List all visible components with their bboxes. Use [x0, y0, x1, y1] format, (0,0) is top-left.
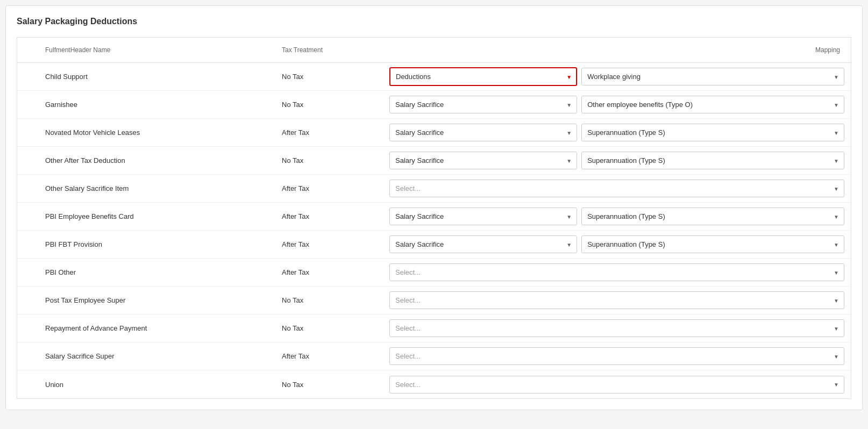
row-tax-treatment: No Tax [275, 153, 383, 168]
mapping1-wrapper: Salary Sacrifice▼ [389, 235, 577, 253]
row-tax-treatment: After Tax [275, 181, 383, 196]
mapping2-wrapper: Other employee benefits (Type O)▼ [581, 96, 844, 113]
mapping1-wrapper: Select...▼ [389, 291, 844, 309]
mapping1-select[interactable]: Select... [389, 263, 844, 281]
mapping1-wrapper: Salary Sacrifice▼ [389, 124, 577, 141]
row-name: Union [39, 377, 275, 392]
mapping1-select[interactable]: Select... [389, 347, 844, 365]
table-row: PBI OtherAfter TaxSelect...▼ [17, 259, 851, 287]
mapping1-select[interactable]: Select... [389, 319, 844, 337]
mapping1-select[interactable]: Salary Sacrifice [389, 208, 577, 225]
row-mapping: Salary Sacrifice▼Superannuation (Type S)… [383, 148, 851, 173]
row-tax-treatment: After Tax [275, 265, 383, 280]
mapping1-wrapper: Select...▼ [389, 180, 844, 197]
mapping2-select[interactable]: Superannuation (Type S) [581, 208, 844, 225]
row-mapping: Select...▼ [383, 316, 851, 340]
mapping2-wrapper: Superannuation (Type S)▼ [581, 124, 844, 141]
row-tax-treatment: No Tax [275, 293, 383, 308]
mapping2-wrapper: Superannuation (Type S)▼ [581, 152, 844, 169]
row-name: Novated Motor Vehicle Leases [39, 125, 275, 140]
row-name: Post Tax Employee Super [39, 293, 275, 308]
mapping1-select[interactable]: Salary Sacrifice [389, 152, 577, 169]
mapping1-select[interactable]: Deductions [389, 67, 577, 86]
mapping1-wrapper: Salary Sacrifice▼ [389, 208, 577, 225]
row-mapping: Salary Sacrifice▼Superannuation (Type S)… [383, 204, 851, 228]
row-index [17, 241, 39, 248]
row-mapping: Salary Sacrifice▼Superannuation (Type S)… [383, 232, 851, 256]
row-name: Other Salary Sacrifice Item [39, 181, 275, 196]
mapping2-select[interactable]: Other employee benefits (Type O) [581, 96, 844, 113]
mapping1-select[interactable]: Select... [389, 180, 844, 197]
row-index [17, 325, 39, 332]
mapping1-select[interactable]: Salary Sacrifice [389, 235, 577, 253]
row-name: PBI Employee Benefits Card [39, 209, 275, 224]
mapping1-wrapper: Select...▼ [389, 319, 844, 337]
mapping1-select[interactable]: Salary Sacrifice [389, 124, 577, 141]
row-tax-treatment: After Tax [275, 125, 383, 140]
mapping1-select[interactable]: Select... [389, 291, 844, 309]
row-tax-treatment: No Tax [275, 97, 383, 112]
table-row: Repayment of Advance PaymentNo TaxSelect… [17, 314, 851, 342]
table-row: Post Tax Employee SuperNo TaxSelect...▼ [17, 287, 851, 314]
mapping1-wrapper: Select...▼ [389, 263, 844, 281]
table-row: Salary Sacrifice SuperAfter TaxSelect...… [17, 342, 851, 370]
row-mapping: Select...▼ [383, 344, 851, 368]
header-name: FulfmentHeader Name [39, 43, 275, 57]
row-mapping: Select...▼ [383, 288, 851, 312]
table-row: GarnisheeNo TaxSalary Sacrifice▼Other em… [17, 91, 851, 119]
table-row: PBI Employee Benefits CardAfter TaxSalar… [17, 203, 851, 231]
row-index [17, 353, 39, 360]
row-tax-treatment: No Tax [275, 321, 383, 335]
mapping2-wrapper: Superannuation (Type S)▼ [581, 235, 844, 253]
mapping2-select[interactable]: Workplace giving [581, 68, 844, 85]
row-name: PBI Other [39, 265, 275, 280]
table-row: Child SupportNo TaxDeductions▼Workplace … [17, 63, 851, 91]
mapping1-select[interactable]: Select... [389, 376, 844, 394]
row-index [17, 381, 39, 388]
mapping2-select[interactable]: Superannuation (Type S) [581, 152, 844, 169]
row-mapping: Select...▼ [383, 260, 851, 284]
table-header: FulfmentHeader Name Tax Treatment Mappin… [17, 38, 851, 63]
row-name: Child Support [39, 69, 275, 84]
mapping2-wrapper: Workplace giving▼ [581, 68, 844, 85]
row-index [17, 185, 39, 192]
row-tax-treatment: After Tax [275, 237, 383, 252]
row-index [17, 213, 39, 220]
row-mapping: Salary Sacrifice▼Superannuation (Type S)… [383, 120, 851, 145]
table-row: PBI FBT ProvisionAfter TaxSalary Sacrifi… [17, 231, 851, 259]
table-row: UnionNo TaxSelect...▼ [17, 370, 851, 398]
mapping1-wrapper: Salary Sacrifice▼ [389, 96, 577, 113]
row-tax-treatment: After Tax [275, 349, 383, 363]
row-mapping: Deductions▼Workplace giving▼ [383, 64, 851, 89]
mapping2-select[interactable]: Superannuation (Type S) [581, 124, 844, 141]
table-body: Child SupportNo TaxDeductions▼Workplace … [17, 63, 851, 398]
row-index [17, 130, 39, 136]
row-tax-treatment: After Tax [275, 209, 383, 224]
mapping1-wrapper: Salary Sacrifice▼ [389, 152, 577, 169]
row-name: PBI FBT Provision [39, 237, 275, 252]
mapping1-wrapper: Select...▼ [389, 376, 844, 394]
row-name: Garnishee [39, 97, 275, 112]
table-row: Other Salary Sacrifice ItemAfter TaxSele… [17, 175, 851, 203]
row-name: Salary Sacrifice Super [39, 349, 275, 363]
row-index [17, 297, 39, 304]
mapping1-select[interactable]: Salary Sacrifice [389, 96, 577, 113]
header-mapping: Mapping [383, 43, 851, 57]
row-tax-treatment: No Tax [275, 69, 383, 84]
row-mapping: Select...▼ [383, 176, 851, 201]
mapping1-wrapper: Deductions▼ [389, 67, 577, 86]
mapping2-select[interactable]: Superannuation (Type S) [581, 235, 844, 253]
row-mapping: Select...▼ [383, 373, 851, 397]
row-index [17, 269, 39, 276]
row-name: Repayment of Advance Payment [39, 321, 275, 335]
page-title: Salary Packaging Deductions [17, 17, 851, 26]
header-index [17, 43, 39, 57]
row-mapping: Salary Sacrifice▼Other employee benefits… [383, 92, 851, 117]
row-index [17, 158, 39, 164]
table-row: Other After Tax DeductionNo TaxSalary Sa… [17, 147, 851, 175]
row-tax-treatment: No Tax [275, 377, 383, 392]
row-name: Other After Tax Deduction [39, 153, 275, 168]
salary-packaging-table: FulfmentHeader Name Tax Treatment Mappin… [17, 37, 851, 399]
row-index [17, 74, 39, 80]
mapping2-wrapper: Superannuation (Type S)▼ [581, 208, 844, 225]
